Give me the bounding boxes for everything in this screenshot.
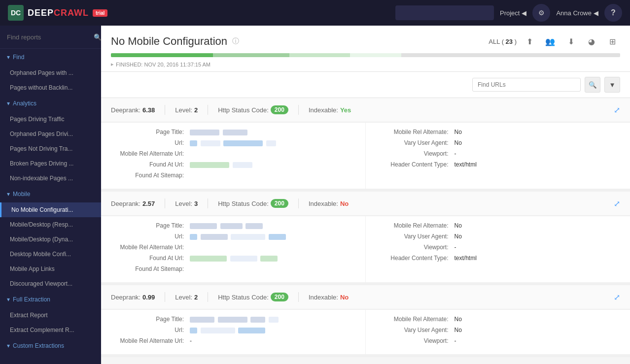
- sidebar-item-no-mobile-configuration[interactable]: No Mobile Configurati...: [0, 202, 101, 217]
- result-detail: Page Title: Url:: [101, 216, 630, 282]
- page-title-row-detail: Page Title:: [111, 316, 355, 323]
- page-title-row-detail: Page Title:: [111, 222, 355, 229]
- level-metric: Level: 2: [175, 106, 198, 114]
- main-content: No Mobile Configuration ⓘ ALL ( 23 ) ⬆ 👥…: [101, 26, 630, 364]
- filter-bar: 🔍 ▼: [101, 72, 630, 98]
- header-content-type-row: Header Content Type: text/html: [376, 161, 621, 168]
- find-reports-input[interactable]: [7, 33, 90, 41]
- status-badge: 200: [271, 199, 288, 208]
- deeprank-metric: Deeprank: 6.38: [111, 106, 155, 114]
- sidebar-item-pages-without-backlinks[interactable]: Pages without Backlin...: [0, 80, 101, 95]
- sidebar-item-discouraged-viewport[interactable]: Discouraged Viewport...: [0, 276, 101, 291]
- level-metric: Level: 2: [175, 294, 198, 301]
- viewport-row: Viewport: -: [376, 244, 621, 251]
- url-row-detail: Url:: [111, 139, 355, 146]
- http-status-metric: Http Status Code: 200: [218, 293, 288, 301]
- app-layout: 🔍 ☰ ▾ Find Orphaned Pages with ... Pages…: [0, 26, 630, 364]
- http-status-metric: Http Status Code: 200: [218, 199, 288, 208]
- found-at-url-row: Found At Url:: [111, 255, 355, 262]
- users-icon: 👥: [545, 37, 555, 46]
- mobile-rel-url-value: -: [190, 337, 192, 344]
- expand-button[interactable]: ⤢: [614, 105, 620, 115]
- indexable-metric: Indexable: No: [309, 294, 349, 301]
- sidebar-group-mobile[interactable]: ▾ Mobile: [0, 186, 101, 202]
- sidebar-item-desktop-mobile-confi[interactable]: Desktop Mobile Confi...: [0, 247, 101, 262]
- trial-badge: trial: [93, 9, 107, 17]
- url-row-detail: Url:: [111, 233, 355, 240]
- info-icon[interactable]: ⓘ: [232, 37, 239, 46]
- page-header: No Mobile Configuration ⓘ ALL ( 23 ) ⬆ 👥…: [101, 26, 630, 72]
- settings-button[interactable]: ⚙: [532, 4, 550, 22]
- page-title-value: [190, 316, 279, 323]
- mobile-rel-url-row: Mobile Rel Alternate Url:: [111, 244, 355, 251]
- sidebar-group-find[interactable]: ▾ Find: [0, 49, 101, 66]
- nav-search-input[interactable]: [395, 5, 494, 20]
- help-button[interactable]: ?: [604, 4, 622, 22]
- sidebar-item-mobile-app-links[interactable]: Mobile App Links: [0, 262, 101, 276]
- logo-text: DEEPCRAWL: [28, 8, 89, 18]
- status-badge: 200: [271, 105, 288, 114]
- status-badge: 200: [271, 293, 288, 301]
- find-reports-bar: 🔍 ☰: [0, 26, 101, 49]
- users-button[interactable]: 👥: [542, 33, 558, 49]
- url-row-detail: Url:: [111, 327, 355, 333]
- share-icon: ⬆: [526, 37, 533, 46]
- sidebar-item-orphaned-pages-with[interactable]: Orphaned Pages with ...: [0, 66, 101, 80]
- vary-user-agent-row: Vary User Agent: No: [376, 139, 621, 146]
- grid-button[interactable]: ⊞: [604, 33, 620, 49]
- analytics-arrow-icon: ▾: [7, 100, 10, 107]
- result-summary-row: Deeprank: 2.57 Level: 3 Http Status Code…: [101, 192, 630, 216]
- detail-right: Mobile Rel Alternate: No Vary User Agent…: [366, 123, 630, 189]
- result-detail: Page Title: Url:: [101, 122, 630, 189]
- sidebar-item-extract-report[interactable]: Extract Report: [0, 308, 101, 323]
- mobile-arrow-icon: ▾: [7, 191, 10, 198]
- filter-icon: ▼: [609, 81, 615, 89]
- url-search-input[interactable]: [472, 78, 581, 92]
- sidebar-item-pages-driving-traffic[interactable]: Pages Driving Traffic: [0, 112, 101, 127]
- deeprank-metric: Deeprank: 0.99: [111, 294, 155, 301]
- sidebar-item-non-indexable-pages[interactable]: Non-indexable Pages ...: [0, 171, 101, 186]
- indexable-metric: Indexable: Yes: [309, 106, 351, 114]
- mobile-rel-alternate-row: Mobile Rel Alternate: No: [376, 129, 621, 135]
- sidebar-item-broken-pages-driving[interactable]: Broken Pages Driving ...: [0, 156, 101, 171]
- user-menu[interactable]: Anna Crowe ◀: [556, 9, 598, 17]
- gear-icon: ⚙: [538, 9, 545, 17]
- sidebar-item-extract-complement-r[interactable]: Extract Complement R...: [0, 323, 101, 337]
- sidebar-item-mobile-desktop-dyna[interactable]: Mobile/Desktop (Dyna...: [0, 232, 101, 247]
- url-search-button[interactable]: 🔍: [585, 77, 600, 93]
- header-content-type-row: Header Content Type: text/html: [376, 255, 621, 262]
- chart-button[interactable]: ◕: [584, 33, 599, 49]
- search-icon[interactable]: 🔍: [94, 33, 101, 41]
- mobile-rel-alternate-row: Mobile Rel Alternate: No: [376, 222, 621, 229]
- url-value: [190, 139, 276, 146]
- detail-left: Page Title: Url:: [101, 123, 366, 189]
- nav-project[interactable]: Project ◀: [500, 9, 526, 17]
- user-arrow-icon: ◀: [594, 9, 598, 17]
- sidebar-group-full-extraction[interactable]: ▾ Full Extraction: [0, 291, 101, 308]
- download-button[interactable]: ⬇: [563, 33, 579, 49]
- sidebar-group-custom-extractions[interactable]: ▾ Custom Extractions: [0, 337, 101, 354]
- mobile-rel-url-row: Mobile Rel Alternate Url: -: [111, 337, 355, 344]
- sidebar-group-analytics[interactable]: ▾ Analytics: [0, 95, 101, 112]
- vary-user-agent-row: Vary User Agent: No: [376, 327, 621, 333]
- url-value: [190, 327, 265, 333]
- detail-right: Mobile Rel Alternate: No Vary User Agent…: [366, 216, 630, 282]
- mobile-rel-url-row: Mobile Rel Alternate Url:: [111, 150, 355, 157]
- logo-icon: DC: [8, 5, 24, 21]
- filter-button[interactable]: ▼: [604, 77, 620, 93]
- sidebar-item-orphaned-pages-drivi[interactable]: Orphaned Pages Drivi...: [0, 127, 101, 141]
- custom-extractions-arrow-icon: ▾: [7, 342, 10, 349]
- grid-icon: ⊞: [609, 37, 616, 46]
- mobile-rel-alternate-row: Mobile Rel Alternate: No: [376, 316, 621, 323]
- project-arrow-icon: ◀: [522, 9, 526, 17]
- share-button[interactable]: ⬆: [522, 33, 537, 49]
- sidebar-item-pages-not-driving[interactable]: Pages Not Driving Tra...: [0, 141, 101, 156]
- top-nav: DC DEEPCRAWL trial Project ◀ ⚙ Anna Crow…: [0, 0, 630, 26]
- sidebar-item-mobile-desktop-resp[interactable]: Mobile/Desktop (Resp...: [0, 217, 101, 232]
- sidebar: 🔍 ☰ ▾ Find Orphaned Pages with ... Pages…: [0, 26, 101, 364]
- expand-button[interactable]: ⤢: [614, 293, 620, 302]
- page-title-value: [190, 129, 247, 135]
- progress-bar-fill: [111, 53, 620, 57]
- expand-button[interactable]: ⤢: [614, 199, 620, 208]
- result-detail: Page Title: Url:: [101, 309, 630, 354]
